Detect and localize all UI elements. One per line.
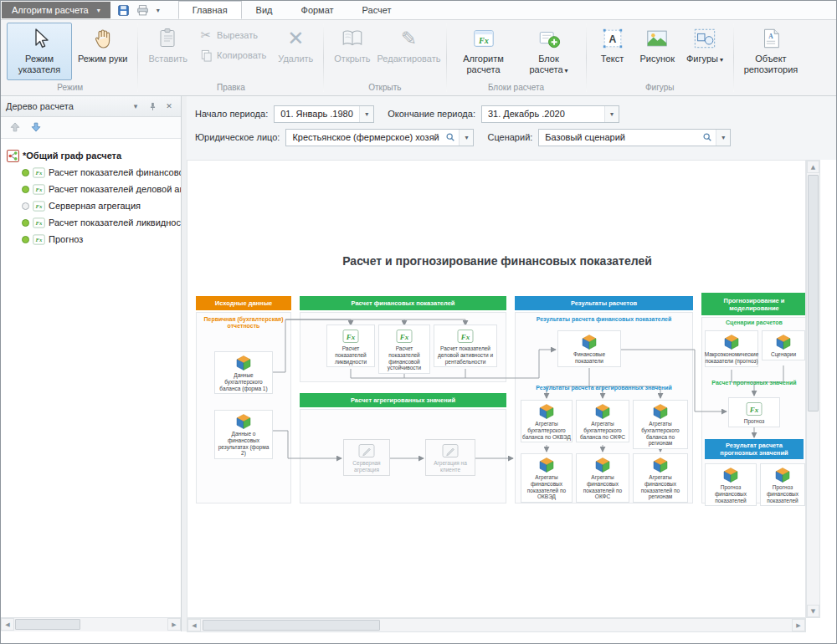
- pointer-mode-button[interactable]: Режим указателя: [7, 23, 72, 80]
- ribbon-button-label: Редактировать: [377, 54, 441, 64]
- chevron-down-icon[interactable]: ▾: [359, 106, 373, 122]
- node-label: Агрегаты финансовых показателей по ОКФС: [578, 474, 628, 500]
- legal-entity-input[interactable]: Крестьянское (фермерское) хозяй▾: [285, 129, 474, 146]
- ribbon-group-label: Открыть: [325, 81, 444, 95]
- node-label: Сценарии: [771, 351, 796, 358]
- search-icon[interactable]: [699, 130, 716, 146]
- open-book-icon: [340, 26, 365, 51]
- scroll-up-button[interactable]: ▲: [807, 161, 819, 173]
- scroll-left-button[interactable]: ◀: [187, 619, 201, 631]
- diagram-node[interactable]: Агрегаты финансовых показателей по ОКФС: [576, 453, 629, 503]
- fx-node-icon: Fx: [33, 200, 45, 212]
- repository-object-button[interactable]: AОбъект репозитория: [738, 23, 804, 80]
- pin-icon[interactable]: [146, 100, 159, 113]
- group-agg-calc-header[interactable]: Расчет агрегированных значений: [300, 393, 506, 407]
- cube-icon: [652, 403, 669, 420]
- diagram-subtitle: Результаты расчета агрегированных значен…: [516, 385, 691, 395]
- text-button[interactable]: AТекст: [591, 23, 634, 80]
- hscroll-thumb[interactable]: [203, 620, 380, 631]
- diagram-node[interactable]: Финансовые показатели: [557, 330, 621, 367]
- scroll-right-button[interactable]: ▶: [792, 619, 805, 631]
- diagram-canvas[interactable]: Расчет и прогнозирование финансовых пока…: [187, 160, 806, 618]
- ribbon-group: Вставить✂ВырезатьКопировать✕УдалитьПравк…: [139, 20, 322, 95]
- tab-Главная[interactable]: Главная: [178, 1, 242, 19]
- hscroll-thumb[interactable]: [15, 619, 80, 630]
- diagram-node[interactable]: Сценарии: [762, 330, 805, 360]
- diagram-node[interactable]: Прогноз финансовых показателей: [705, 463, 757, 506]
- scroll-right-button[interactable]: ▶: [167, 618, 181, 631]
- print-button[interactable]: [134, 2, 152, 18]
- period-end-input[interactable]: 31. Декабрь .2020▾: [481, 105, 619, 123]
- ribbon-button-label: Рисунок: [640, 54, 675, 64]
- chevron-down-icon[interactable]: ▾: [604, 106, 619, 122]
- group-forecast-header[interactable]: Прогнозирование и моделирование: [701, 293, 806, 315]
- picture-button[interactable]: Рисунок: [634, 23, 681, 80]
- ribbon-button-label: Открыть: [334, 54, 370, 64]
- tree-item-label: Прогноз: [49, 234, 83, 244]
- canvas-hscrollbar[interactable]: ◀ ▶: [187, 618, 806, 632]
- canvas-vscrollbar[interactable]: ▲ ▼: [806, 160, 820, 618]
- diagram-node[interactable]: Агрегаты бухгалтерского баланса по ОКФС: [576, 400, 629, 442]
- diagram-node[interactable]: Агрегаты финансовых показателей по регио…: [633, 453, 688, 503]
- ribbon-group-body: FxАлгоритм расчетаБлок расчета▾: [448, 20, 585, 81]
- tab-Вид[interactable]: Вид: [242, 1, 287, 19]
- tree-item[interactable]: FxРасчет показателей ликвидности: [1, 214, 181, 231]
- diagram-node[interactable]: Агрегаты бухгалтерского баланса по ОКВЭД: [521, 400, 573, 442]
- hand-mode-button[interactable]: Режим руки: [72, 23, 133, 80]
- move-down-button[interactable]: [30, 121, 43, 134]
- save-button[interactable]: [115, 2, 133, 18]
- group-fin-calc-header[interactable]: Расчет финансовых показателей: [300, 296, 506, 310]
- chevron-down-icon[interactable]: ▾: [153, 7, 163, 14]
- calc-block-button[interactable]: Блок расчета▾: [516, 23, 582, 80]
- ribbon-group: AОбъект репозитория: [735, 20, 807, 95]
- diagram-node[interactable]: Данные бухгалтерского баланса (форма 1): [214, 351, 273, 394]
- diagram-node[interactable]: FxРасчет показателей финансовой устойчив…: [378, 325, 430, 374]
- tab-Расчет[interactable]: Расчет: [348, 1, 406, 19]
- scroll-left-button[interactable]: ◀: [1, 618, 14, 631]
- scenario-input[interactable]: Базовый сценарий▾: [538, 129, 731, 146]
- small-button-column: ✂ВырезатьКопировать: [193, 23, 272, 64]
- shapes-button[interactable]: Фигуры▾: [680, 23, 729, 80]
- cube-icon: [538, 457, 555, 473]
- diagram-node[interactable]: Данные о финансовых результатах (форма 2…: [214, 410, 273, 459]
- ribbon-group-label: Фигуры: [588, 81, 732, 95]
- diagram-node[interactable]: FxПрогноз: [728, 397, 780, 427]
- status-dot: [22, 169, 29, 176]
- scroll-down-button[interactable]: ▼: [807, 605, 819, 617]
- parameter-bar: Начало периода:01. Январь .1980▾Окончани…: [187, 96, 836, 160]
- banner-forecast-result-header[interactable]: Результат расчета прогнозных значений: [705, 439, 804, 459]
- diagram-node[interactable]: Прогноз финансовых показателей: [760, 463, 805, 506]
- group-results-header[interactable]: Результаты расчетов: [515, 296, 693, 310]
- period-start-input[interactable]: 01. Январь .1980▾: [274, 105, 374, 123]
- calc-algorithm-button[interactable]: FxАлгоритм расчета: [451, 23, 516, 80]
- diagram-node[interactable]: Агрегаты финансовых показателей по ОКВЭД: [521, 453, 573, 503]
- chevron-down-icon[interactable]: ▾: [129, 100, 142, 113]
- tab-Формат[interactable]: Формат: [287, 1, 348, 19]
- tree-item[interactable]: FxСерверная агрегация: [1, 197, 181, 214]
- group-separator: [733, 23, 734, 92]
- diagram-node[interactable]: Серверная агрегация: [343, 439, 390, 476]
- close-icon[interactable]: ✕: [162, 100, 176, 113]
- repository-object-icon: A: [758, 26, 783, 51]
- tree-hscrollbar[interactable]: ◀ ▶: [1, 617, 181, 631]
- diagram-node[interactable]: Агрегаты бухгалтерского баланса по регио…: [633, 400, 688, 449]
- svg-text:Fx: Fx: [399, 333, 409, 341]
- fx-node-icon: Fx: [33, 166, 45, 179]
- app-menu-button[interactable]: Алгоритм расчета ▾: [2, 2, 110, 18]
- ribbon-button-label: Режим руки: [78, 54, 127, 64]
- quick-access-toolbar: ▾: [111, 1, 167, 19]
- tree-item[interactable]: FxПрогноз: [1, 231, 181, 248]
- chevron-down-icon[interactable]: ▾: [459, 130, 473, 146]
- group-source-data-header[interactable]: Исходные данные: [196, 296, 291, 310]
- diagram-node[interactable]: Макроэкономические показатели (прогноз): [705, 330, 758, 367]
- search-icon[interactable]: [442, 130, 459, 146]
- tree-root-item[interactable]: *Общий граф расчета: [1, 147, 181, 164]
- tree-item[interactable]: FxРасчет показателей деловой активности: [1, 181, 181, 197]
- chevron-down-icon[interactable]: ▾: [716, 130, 730, 146]
- tree-item[interactable]: FxРасчет показателей финансовой устойчив…: [1, 164, 181, 181]
- vscroll-thumb[interactable]: [808, 175, 819, 411]
- chevron-down-icon: ▾: [97, 7, 100, 14]
- diagram-node[interactable]: Агрегация на клиенте: [425, 439, 475, 476]
- diagram-node[interactable]: FxРасчет показателей деловой активности …: [434, 325, 497, 367]
- diagram-node[interactable]: FxРасчет показателей ликвидности: [326, 325, 375, 367]
